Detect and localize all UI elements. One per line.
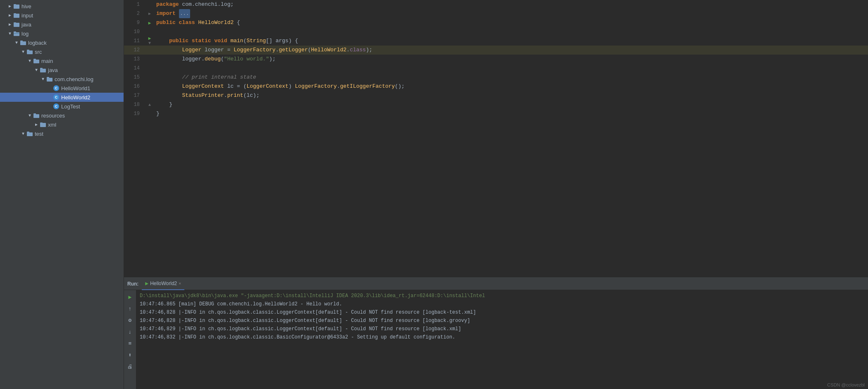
run-toolbar: ▶ ↑ ⚙ ↓ ≡ ⬆ 🖨	[124, 290, 136, 389]
code-content: public static void main(String[] args) {	[155, 36, 305, 46]
sidebar-item-label: HelloWorld2	[61, 94, 91, 101]
folder-icon	[13, 21, 20, 28]
svg-rect-6	[14, 32, 19, 36]
svg-rect-16	[40, 68, 43, 69]
fold-icon[interactable]: ▲	[148, 103, 151, 107]
svg-rect-19	[33, 114, 39, 118]
sidebar-item-label: hive	[21, 3, 31, 10]
run-icon[interactable]: ▶	[148, 36, 151, 41]
code-content: public class HelloWorld2 {	[155, 18, 247, 27]
line-gutter: ▶ ▼	[145, 36, 155, 46]
chevron-down-icon: ▼	[20, 130, 26, 137]
java-file-icon: C	[53, 94, 60, 101]
code-content: LoggerContext lc = (LoggerContext) Logge…	[155, 82, 411, 91]
spacer	[46, 85, 53, 91]
sidebar-item-com-chenchi-log[interactable]: ▼ com.chenchi.log	[0, 74, 124, 84]
folder-open-icon	[40, 67, 46, 73]
print-button[interactable]: 🖨	[125, 361, 136, 372]
svg-rect-23	[27, 132, 33, 136]
line-number: 11	[124, 36, 145, 46]
run-content: ▶ ↑ ⚙ ↓ ≡ ⬆ 🖨 D:\install\java\jdk8\bin\j…	[124, 290, 868, 389]
svg-rect-20	[33, 113, 36, 115]
code-content: Logger logger = LoggerFactory.getLogger(…	[155, 46, 379, 55]
sidebar-item-label: main	[41, 58, 53, 64]
sidebar-item-label: xml	[48, 122, 56, 128]
chevron-down-icon: ▼	[40, 76, 46, 82]
svg-rect-18	[47, 77, 49, 78]
sidebar-item-HelloWorld2[interactable]: C HelloWorld2	[0, 93, 124, 102]
chevron-right-icon: ▶	[7, 3, 13, 10]
line-number: 1	[124, 0, 145, 9]
chevron-down-icon: ▼	[26, 58, 33, 64]
code-line-14: 14	[124, 64, 868, 73]
folder-open-icon	[26, 130, 33, 137]
sidebar-item-resources[interactable]: ▼ resources	[0, 111, 124, 120]
code-line-15: 15 // print internal state	[124, 73, 868, 82]
settings-button[interactable]: ⚙	[125, 315, 136, 326]
console-output: D:\install\java\jdk8\bin\java.exe "-java…	[136, 290, 868, 389]
spacer	[46, 94, 53, 101]
sidebar-item-log[interactable]: ▼ log	[0, 29, 124, 38]
console-line-3: 10:47:46,828 |-INFO in ch.qos.logback.cl…	[140, 317, 865, 325]
svg-rect-5	[14, 22, 16, 24]
svg-rect-17	[47, 78, 52, 82]
sidebar-item-label: com.chenchi.log	[55, 76, 93, 82]
sidebar-item-java2[interactable]: ▼ java	[0, 65, 124, 74]
console-line-2: 10:47:46,828 |-INFO in ch.qos.logback.cl…	[140, 308, 865, 317]
fold-icon[interactable]: ▼	[148, 41, 151, 46]
run-tab-HelloWorld2[interactable]: ▶ HelloWorld2 ✕	[142, 278, 184, 290]
sidebar-item-input[interactable]: ▶ input	[0, 11, 124, 20]
folder-open-icon	[46, 76, 53, 82]
sidebar-item-HelloWorld1[interactable]: C HelloWorld1	[0, 84, 124, 93]
code-content: package com.chenchi.log;	[155, 0, 240, 9]
folder-icon	[13, 3, 20, 10]
scroll-up-button[interactable]: ↑	[125, 303, 136, 314]
sidebar-item-LogTest[interactable]: C LogTest	[0, 102, 124, 111]
run-button[interactable]: ▶	[125, 292, 136, 303]
line-gutter	[145, 46, 155, 55]
run-icon[interactable]: ▶	[148, 20, 151, 26]
folder-open-icon	[20, 39, 26, 46]
code-content	[155, 64, 163, 73]
export-button[interactable]: ⬆	[125, 350, 136, 360]
scroll-down-button[interactable]: ↓	[125, 327, 136, 337]
folder-open-icon	[33, 112, 40, 119]
sidebar-item-hive[interactable]: ▶ hive	[0, 2, 124, 11]
code-editor[interactable]: 1 package com.chenchi.log; 2 ▶ import ..…	[124, 0, 868, 277]
sidebar-item-label: src	[35, 49, 42, 55]
sidebar: ▶ hive ▶ input ▶	[0, 0, 124, 389]
line-number: 17	[124, 91, 145, 100]
svg-rect-12	[27, 50, 29, 51]
sidebar-item-test[interactable]: ▼ test	[0, 129, 124, 138]
close-icon[interactable]: ✕	[179, 281, 181, 286]
code-line-9: 9 ▶ public class HelloWorld2 {	[124, 18, 868, 27]
filter-button[interactable]: ≡	[125, 338, 136, 349]
line-gutter	[145, 0, 155, 9]
sidebar-item-label: java	[48, 67, 58, 73]
sidebar-item-main[interactable]: ▼ main	[0, 56, 124, 65]
line-number: 9	[124, 18, 145, 27]
line-gutter	[145, 91, 155, 100]
code-line-12: 12 Logger logger = LoggerFactory.getLogg…	[124, 46, 868, 55]
fold-icon[interactable]: ▶	[148, 11, 151, 16]
line-number: 14	[124, 64, 145, 73]
line-number: 15	[124, 73, 145, 82]
line-gutter	[145, 73, 155, 82]
sidebar-item-src[interactable]: ▼ src	[0, 47, 124, 56]
sidebar-item-partial[interactable]	[0, 138, 124, 143]
code-content	[155, 27, 163, 36]
sidebar-item-xml[interactable]: ▶ xml	[0, 120, 124, 129]
svg-rect-11	[27, 50, 33, 54]
sidebar-item-label: logback	[28, 40, 47, 46]
svg-rect-14	[33, 59, 36, 60]
svg-rect-3	[14, 13, 16, 14]
svg-rect-10	[20, 41, 23, 42]
folder-open-icon	[33, 58, 40, 64]
sidebar-item-logback[interactable]: ▼ logback	[0, 38, 124, 47]
svg-rect-24	[27, 132, 29, 133]
java-file-icon: C	[53, 103, 60, 110]
console-line-4: 10:47:46,829 |-INFO in ch.qos.logback.cl…	[140, 325, 865, 333]
chevron-down-icon: ▼	[7, 30, 13, 37]
sidebar-item-java[interactable]: ▶ java	[0, 20, 124, 29]
line-number: 18	[124, 100, 145, 109]
